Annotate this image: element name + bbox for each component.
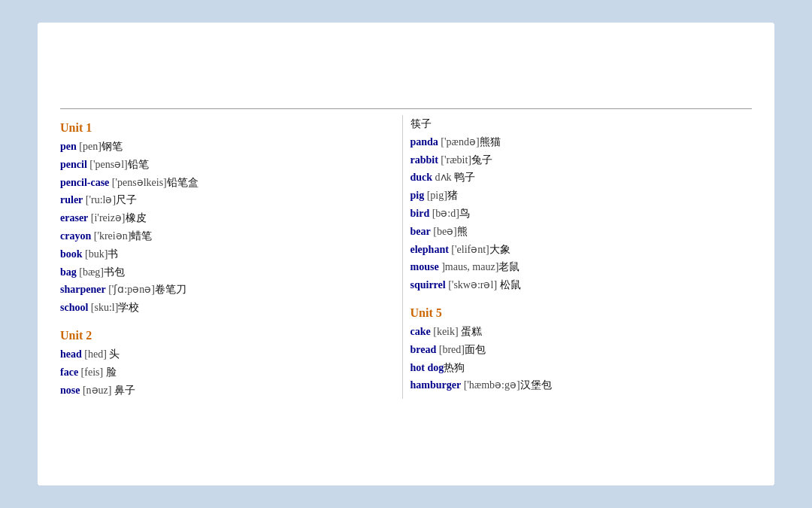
list-item: 筷子 — [411, 115, 738, 133]
meaning-text: 大象 — [489, 244, 511, 255]
meaning-text: 书 — [108, 248, 118, 260]
word-text: ruler — [60, 194, 83, 205]
meaning-text: 头 — [107, 348, 120, 360]
unit-title: Unit 1 — [60, 121, 387, 135]
phonetic-text: ['pensəlkeis] — [109, 177, 166, 188]
word-text: squirrel — [411, 279, 446, 291]
unit-title: Unit 5 — [411, 306, 738, 320]
word-text: pencil — [60, 159, 87, 170]
word-text: book — [60, 248, 83, 260]
list-item: crayon ['kreiən]蜡笔 — [60, 227, 387, 245]
phonetic-text: ['ʃɑ:pənə] — [106, 284, 155, 295]
list-item: pencil-case ['pensəlkeis]铅笔盒 — [60, 174, 387, 192]
meaning-text: 猪 — [447, 190, 458, 201]
spacer — [60, 317, 387, 323]
phonetic-text: ['hæmbə:gə] — [461, 379, 520, 391]
list-item: pen [pen]钢笔 — [60, 138, 387, 156]
phonetic-text: [keik] — [431, 326, 459, 337]
list-item: nose [nəuz] 鼻子 — [60, 382, 387, 400]
unit-title: Unit 2 — [60, 329, 387, 342]
left-column: Unit 1pen [pen]钢笔pencil ['pensəl]铅笔penci… — [60, 115, 402, 399]
meaning-text: 铅笔 — [128, 159, 149, 170]
meaning-text: 面包 — [465, 344, 486, 355]
word-text: bear — [411, 226, 431, 237]
meaning-text: 蛋糕 — [459, 326, 483, 337]
phonetic-text: ['kreiən] — [91, 230, 131, 242]
phonetic-text: [pig] — [424, 190, 447, 201]
list-item: panda ['pændə]熊猫 — [411, 133, 738, 151]
word-text: pencil-case — [60, 177, 109, 188]
list-item: head [hed] 头 — [60, 345, 387, 364]
word-text: eraser — [60, 212, 88, 224]
meaning-text: 兔子 — [471, 154, 492, 166]
phonetic-text: [feis] — [78, 367, 103, 378]
main-container: Unit 1pen [pen]钢笔pencil ['pensəl]铅笔penci… — [38, 23, 774, 485]
word-text: hot dog — [411, 362, 444, 373]
list-item: bag [bæg]书包 — [60, 263, 387, 281]
list-item: elephant ['elifənt]大象 — [411, 241, 738, 259]
word-text: panda — [411, 136, 438, 148]
phonetic-text: ]maus, mauz] — [439, 261, 499, 272]
list-item: bear [beə]熊 — [411, 223, 738, 241]
right-column: 筷子panda ['pændə]熊猫rabbit ['ræbit]兔子duck … — [402, 115, 753, 399]
list-item: school [sku:l]学校 — [60, 299, 387, 317]
list-item: book [buk]书 — [60, 245, 387, 263]
phonetic-text: [sku:l] — [88, 302, 118, 313]
phonetic-text: ['pændə] — [438, 136, 480, 148]
meaning-text: 学校 — [118, 302, 139, 313]
word-text: rabbit — [411, 154, 438, 166]
meaning-text: 鼻子 — [112, 385, 136, 396]
phonetic-text: [buk] — [83, 248, 108, 260]
meaning-text: 鸟 — [459, 208, 470, 219]
list-item: bread [bred]面包 — [411, 341, 738, 359]
meaning-text: 卷笔刀 — [155, 284, 186, 295]
phonetic-text: [bæg] — [77, 266, 104, 278]
word-text: nose — [60, 385, 80, 396]
word-text: bread — [411, 344, 437, 355]
phonetic-text: ['pensəl] — [87, 159, 128, 170]
list-item: squirrel ['skwə:rəl] 松鼠 — [411, 276, 738, 294]
list-item: rabbit ['ræbit]兔子 — [411, 151, 738, 169]
list-item: bird [bə:d]鸟 — [411, 205, 738, 223]
phonetic-text: [nəuz] — [80, 385, 111, 396]
phonetic-text: ['ru:lə] — [83, 194, 116, 205]
meaning-text: 筷子 — [411, 118, 432, 129]
phonetic-text: dʌk — [432, 172, 452, 183]
meaning-text: 铅笔盒 — [167, 177, 198, 188]
meaning-text: 蜡笔 — [131, 230, 152, 242]
phonetic-text: [bə:d] — [429, 208, 459, 219]
word-text: face — [60, 367, 78, 378]
meaning-text: 熊 — [457, 226, 468, 237]
word-text: elephant — [411, 244, 449, 255]
list-item: pencil ['pensəl]铅笔 — [60, 156, 387, 174]
list-item: hamburger ['hæmbə:gə]汉堡包 — [411, 376, 738, 394]
meaning-text: 鸭子 — [452, 172, 476, 183]
columns-wrapper: Unit 1pen [pen]钢笔pencil ['pensəl]铅笔penci… — [60, 115, 752, 399]
spacer — [411, 294, 738, 300]
list-item: duck dʌk 鸭子 — [411, 169, 738, 187]
list-item: face [feis] 脸 — [60, 364, 387, 382]
phonetic-text: ['skwə:rəl] — [446, 279, 497, 291]
list-item: pig [pig]猪 — [411, 187, 738, 205]
word-text: crayon — [60, 230, 91, 242]
word-text: hamburger — [411, 379, 462, 391]
word-text: bird — [411, 208, 430, 219]
list-item: sharpener ['ʃɑ:pənə]卷笔刀 — [60, 281, 387, 299]
meaning-text: 老鼠 — [498, 261, 520, 272]
phonetic-text: ['elifənt] — [449, 244, 489, 255]
word-text: pig — [411, 190, 425, 201]
word-text: duck — [411, 172, 433, 183]
phonetic-text: ['ræbit] — [438, 154, 471, 166]
word-text: bag — [60, 266, 77, 278]
header-row — [60, 105, 752, 109]
list-item: eraser [i'reizə]橡皮 — [60, 209, 387, 227]
phonetic-text: [i'reizə] — [88, 212, 125, 224]
meaning-text: 熊猫 — [480, 136, 501, 148]
word-text: mouse — [411, 261, 439, 272]
meaning-text: 橡皮 — [126, 212, 147, 224]
meaning-text: 脸 — [103, 367, 117, 378]
word-text: cake — [411, 326, 431, 337]
meaning-text: 松鼠 — [497, 279, 521, 291]
list-item: mouse ]maus, mauz]老鼠 — [411, 258, 738, 276]
list-item: ruler ['ru:lə]尺子 — [60, 191, 387, 209]
